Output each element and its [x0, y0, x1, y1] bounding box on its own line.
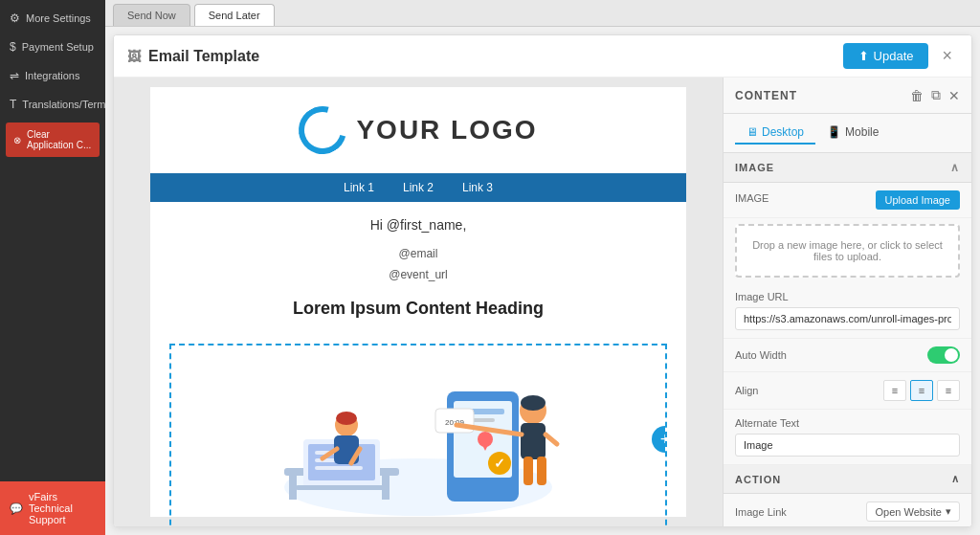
action-section-chevron[interactable]: ∧ [951, 473, 960, 485]
image-url-input[interactable] [735, 307, 960, 330]
email-body: YOUR LOGO Link 1 Link 2 Link 3 Hi @first… [114, 78, 971, 526]
drop-area[interactable]: Drop a new image here, or click to selec… [735, 224, 960, 278]
auto-width-label: Auto Width [735, 349, 787, 361]
update-button[interactable]: ⬆ Update [843, 43, 929, 69]
email-sub-info: @email @event_url [179, 244, 657, 285]
svg-rect-2 [289, 476, 297, 500]
align-right-button[interactable]: ≡ [937, 380, 960, 401]
panel-header-icons: 🗑 ⧉ ✕ [910, 87, 960, 103]
align-center-button[interactable]: ≡ [910, 380, 933, 401]
nav-link-1[interactable]: Link 1 [344, 181, 374, 194]
email-template-window: 🖼 Email Template ⬆ Update × YOUR LOGO [113, 34, 972, 527]
settings-icon: ⚙ [10, 11, 20, 25]
email-content: YOUR LOGO Link 1 Link 2 Link 3 Hi @first… [150, 87, 686, 517]
panel-title: CONTENT [735, 89, 797, 102]
close-button[interactable]: × [936, 44, 958, 68]
add-content-button[interactable]: + [652, 426, 667, 453]
sidebar-item-translations[interactable]: T Translations/Termin... [0, 90, 105, 119]
panel-header: CONTENT 🗑 ⧉ ✕ [724, 78, 971, 114]
payment-icon: $ [10, 40, 16, 54]
auto-width-row: Auto Width [724, 339, 971, 372]
nav-link-3[interactable]: Link 3 [462, 181, 493, 194]
logo-circle [290, 98, 355, 163]
image-link-row: Image Link Open Website ▾ [724, 494, 971, 526]
svg-rect-27 [521, 423, 546, 459]
svg-point-11 [336, 412, 357, 425]
image-url-row: Image URL [724, 283, 971, 339]
email-content-heading: Lorem Ipsum Content Heading [179, 299, 657, 319]
email-text-area: Hi @first_name, @email @event_url Lorem … [150, 202, 686, 334]
clear-icon: ⊗ [13, 135, 21, 145]
panel-close-icon[interactable]: ✕ [948, 88, 960, 103]
email-window-header: 🖼 Email Template ⬆ Update × [114, 35, 971, 78]
svg-point-26 [521, 395, 546, 411]
desktop-tab[interactable]: 🖥 Desktop [735, 122, 815, 145]
email-greeting: Hi @first_name, [179, 217, 657, 233]
align-row: Align ≡ ≡ ≡ [724, 372, 971, 410]
email-image-block[interactable]: ✓ 20:09 [169, 344, 667, 526]
image-label: IMAGE [735, 192, 768, 204]
integrations-icon: ⇌ [10, 69, 19, 82]
illustration-svg: ✓ 20:09 [256, 353, 581, 525]
logo-text: YOUR LOGO [356, 115, 537, 145]
update-icon: ⬆ [858, 49, 869, 63]
alt-text-label: Alternate Text [735, 417, 960, 429]
tab-send-later[interactable]: Send Later [194, 4, 275, 26]
copy-icon[interactable]: ⧉ [931, 87, 941, 103]
dropdown-arrow-icon: ▾ [946, 505, 951, 518]
nav-link-2[interactable]: Link 2 [403, 181, 434, 194]
align-buttons: ≡ ≡ ≡ [883, 380, 960, 401]
svg-rect-9 [315, 466, 363, 470]
alt-text-input[interactable] [735, 434, 960, 457]
action-section-header: ACTION ∧ [724, 465, 971, 494]
mobile-tab[interactable]: 📱 Mobile [815, 122, 890, 145]
device-tabs: 🖥 Desktop 📱 Mobile [724, 114, 971, 153]
image-section-chevron[interactable]: ∧ [950, 161, 960, 174]
upload-image-button[interactable]: Upload Image [876, 190, 961, 210]
open-website-dropdown[interactable]: Open Website ▾ [866, 502, 960, 522]
image-upload-row: IMAGE Upload Image [724, 183, 971, 218]
image-url-label: Image URL [735, 291, 960, 302]
support-icon: 💬 [10, 502, 23, 515]
technical-support-button[interactable]: 💬 vFairs Technical Support [0, 481, 105, 535]
align-label: Align [735, 385, 758, 396]
sidebar-item-more-settings[interactable]: ⚙ More Settings [0, 4, 105, 33]
tab-bar: Send Now Send Later [105, 0, 980, 27]
sidebar-item-integrations[interactable]: ⇌ Integrations [0, 61, 105, 90]
svg-text:✓: ✓ [494, 456, 505, 471]
desktop-icon: 🖥 [746, 125, 758, 139]
header-actions: ⬆ Update × [843, 43, 958, 69]
right-panel: CONTENT 🗑 ⧉ ✕ 🖥 Desktop 📱 Mobile [723, 78, 971, 526]
email-canvas: YOUR LOGO Link 1 Link 2 Link 3 Hi @first… [114, 78, 723, 526]
clear-application-button[interactable]: ⊗ Clear Application C... [6, 123, 100, 157]
mobile-icon: 📱 [827, 125, 841, 139]
email-template-title: 🖼 Email Template [127, 48, 259, 65]
main-area: Send Now Send Later 🖼 Email Template ⬆ U… [105, 0, 980, 535]
alt-text-row: Alternate Text [724, 410, 971, 465]
email-nav: Link 1 Link 2 Link 3 [150, 173, 686, 202]
svg-rect-6 [296, 485, 388, 490]
tab-send-now[interactable]: Send Now [113, 4, 190, 26]
sidebar: ⚙ More Settings $ Payment Setup ⇌ Integr… [0, 0, 105, 535]
image-link-label: Image Link [735, 506, 787, 518]
align-left-button[interactable]: ≡ [883, 380, 906, 401]
svg-rect-30 [523, 457, 533, 485]
auto-width-toggle[interactable] [927, 346, 960, 364]
svg-rect-31 [537, 457, 546, 485]
email-logo-area: YOUR LOGO [150, 87, 686, 173]
svg-line-29 [546, 435, 557, 444]
sidebar-item-payment[interactable]: $ Payment Setup [0, 33, 105, 61]
image-section-header: IMAGE ∧ [724, 153, 971, 183]
trash-icon[interactable]: 🗑 [910, 88, 924, 103]
image-icon: 🖼 [127, 49, 141, 64]
translate-icon: T [10, 98, 16, 111]
